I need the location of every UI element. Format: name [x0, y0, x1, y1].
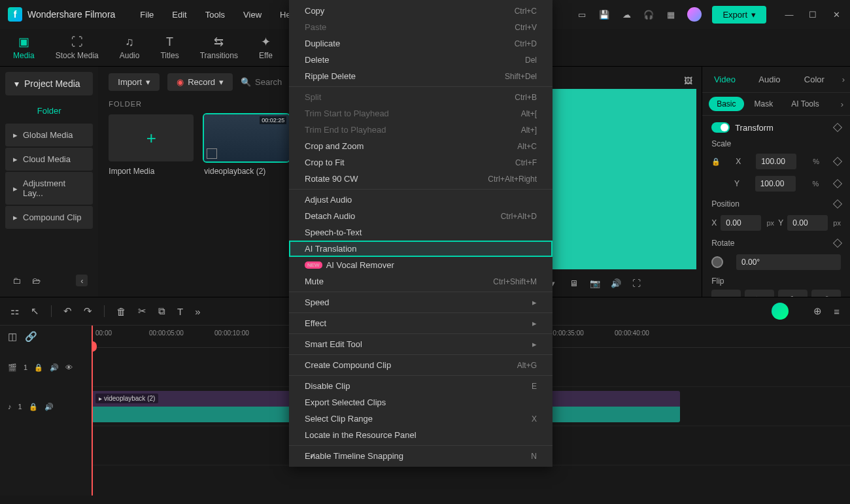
ctx-ai-translation[interactable]: AI Translation	[289, 241, 552, 257]
cursor-icon[interactable]: ↖	[31, 305, 39, 317]
inspector-tab-audio[interactable]: Audio	[747, 67, 792, 92]
rotate-cw-button[interactable]: ⟳	[778, 290, 808, 297]
ctx-adjust-audio[interactable]: Adjust Audio	[289, 192, 552, 208]
ctx-select-clip-range[interactable]: Select Clip RangeX	[289, 411, 552, 427]
import-button[interactable]: Import▾	[109, 73, 160, 91]
marker-add-icon[interactable]: ⊕	[813, 305, 822, 317]
crop-icon[interactable]: ⧉	[158, 305, 165, 317]
audio-track-header[interactable]: ♪1🔒🔊	[0, 387, 92, 426]
keyframe-icon[interactable]	[833, 199, 842, 209]
video-track-header[interactable]: 🎬1🔒🔊👁	[0, 348, 92, 387]
tab-titles[interactable]: TTitles	[160, 35, 178, 60]
ctx-ai-vocal-remover[interactable]: NEWAI Vocal Remover	[289, 257, 552, 273]
scale-y-input[interactable]	[755, 176, 796, 192]
ctx-speech-to-text[interactable]: Speech-to-Text	[289, 224, 552, 241]
rotate-ccw-button[interactable]: ⟲	[811, 290, 841, 297]
inspector-tab-video[interactable]: Video	[702, 67, 747, 92]
tab-stock-media[interactable]: ⛶Stock Media	[56, 35, 99, 60]
cut-icon[interactable]: ✂	[138, 305, 146, 317]
user-avatar[interactable]	[687, 7, 702, 22]
save-icon[interactable]: 💾	[598, 8, 610, 20]
menu-edit[interactable]: Edit	[172, 10, 186, 20]
ctx-crop-and-zoom[interactable]: Crop and ZoomAlt+C	[289, 138, 552, 154]
ctx-locate-in-the-resource-panel[interactable]: Locate in the Resource Panel	[289, 427, 552, 443]
ai-badge-icon[interactable]	[772, 303, 789, 320]
mute-icon[interactable]: 🔊	[50, 363, 59, 372]
close-icon[interactable]: ✕	[830, 8, 842, 20]
ctx-copy[interactable]: CopyCtrl+C	[289, 3, 552, 19]
ctx-create-compound-clip[interactable]: Create Compound ClipAlt+G	[289, 357, 552, 373]
ctx-rotate-90-cw[interactable]: Rotate 90 CWCtrl+Alt+Right	[289, 171, 552, 187]
chevron-right-icon[interactable]: ›	[841, 99, 843, 109]
visibility-icon[interactable]: 👁	[65, 363, 73, 371]
keyframe-icon[interactable]	[833, 239, 842, 248]
tab-effects[interactable]: ✦Effe	[259, 35, 273, 60]
lock-icon[interactable]: 🔒	[34, 363, 43, 372]
project-media-header[interactable]: ▾Project Media	[5, 72, 93, 95]
undo-icon[interactable]: ↶	[63, 305, 72, 317]
ctx-effect[interactable]: Effect▸	[289, 315, 552, 331]
rotate-knob[interactable]	[711, 256, 723, 268]
volume-icon[interactable]: 🔊	[610, 277, 622, 289]
keyframe-icon[interactable]	[833, 123, 842, 132]
subtab-basic[interactable]: Basic	[709, 97, 743, 111]
lock-icon[interactable]: 🔒	[29, 403, 38, 411]
ctx-mute[interactable]: MuteCtrl+Shift+M	[289, 273, 552, 290]
keyframe-icon[interactable]	[833, 157, 842, 166]
chevron-right-icon[interactable]: ›	[837, 67, 850, 92]
ctx-ripple-delete[interactable]: Ripple DeleteShift+Del	[289, 68, 552, 84]
ctx-enable-timeline-snapping[interactable]: ✓Enable Timeline SnappingN	[289, 448, 552, 464]
media-clip-card[interactable]: 00:02:25 videoplayback (2)	[204, 114, 289, 176]
sidebar-item-compound[interactable]: ▸Compound Clip	[5, 206, 93, 229]
headphones-icon[interactable]: 🎧	[643, 8, 654, 20]
fullscreen-icon[interactable]: ⛶	[631, 277, 643, 289]
snapshot-icon[interactable]: 📷	[589, 277, 601, 289]
subtab-mask[interactable]: Mask	[747, 97, 781, 111]
redo-icon[interactable]: ↷	[84, 305, 92, 317]
ctx-disable-clip[interactable]: Disable ClipE	[289, 378, 552, 394]
text-icon[interactable]: T	[177, 306, 183, 317]
ctx-smart-edit-tool[interactable]: Smart Edit Tool▸	[289, 336, 552, 352]
tab-transitions[interactable]: ⇆Transitions	[200, 35, 238, 60]
ctx-detach-audio[interactable]: Detach AudioCtrl+Alt+D	[289, 208, 552, 224]
display-icon[interactable]: 🖥	[568, 277, 580, 289]
minimize-icon[interactable]: —	[783, 8, 795, 20]
inspector-tab-color[interactable]: Color	[792, 67, 837, 92]
keyframe-icon[interactable]	[833, 179, 842, 188]
menu-tools[interactable]: Tools	[205, 10, 225, 20]
delete-icon[interactable]: 🗑	[116, 306, 126, 317]
scale-x-input[interactable]	[756, 154, 796, 169]
import-media-card[interactable]: + Import Media	[109, 114, 194, 176]
ctx-crop-to-fit[interactable]: Crop to FitCtrl+F	[289, 154, 552, 171]
subtab-ai-tools[interactable]: AI Tools	[783, 97, 826, 111]
menu-file[interactable]: File	[140, 10, 154, 20]
grid-icon[interactable]: ▦	[665, 8, 677, 20]
lock-icon[interactable]: 🔒	[711, 158, 721, 166]
track-layout-icon[interactable]: ◫	[8, 331, 17, 343]
pos-x-input[interactable]	[721, 215, 761, 231]
more-icon[interactable]: »	[195, 306, 200, 317]
sidebar-item-global[interactable]: ▸Global Media	[5, 124, 93, 146]
playhead[interactable]	[92, 326, 93, 496]
tab-audio[interactable]: ♫Audio	[120, 35, 140, 60]
maximize-icon[interactable]: ☐	[807, 8, 819, 20]
pos-y-input[interactable]	[787, 215, 828, 231]
ctx-export-selected-clips[interactable]: Export Selected Clips	[289, 394, 552, 411]
flip-v-button[interactable]: ▶	[745, 290, 774, 297]
menu-view[interactable]: View	[243, 10, 262, 20]
transform-toggle[interactable]	[711, 122, 730, 133]
desktop-icon[interactable]: ▭	[576, 8, 588, 20]
cloud-icon[interactable]: ☁	[620, 8, 632, 20]
collapse-icon[interactable]: ‹	[76, 275, 88, 286]
options-icon[interactable]: ⚏	[10, 305, 19, 317]
sidebar-item-adjustment[interactable]: ▸Adjustment Lay...	[5, 172, 93, 205]
image-icon[interactable]: 🖼	[682, 75, 694, 86]
ctx-delete[interactable]: DeleteDel	[289, 52, 552, 68]
record-button[interactable]: ◉Record▾	[167, 73, 233, 91]
ctx-duplicate[interactable]: DuplicateCtrl+D	[289, 35, 552, 52]
ctx-speed[interactable]: Speed▸	[289, 294, 552, 311]
rotate-input[interactable]	[736, 254, 841, 270]
sidebar-item-cloud[interactable]: ▸Cloud Media	[5, 148, 93, 171]
tab-media[interactable]: ▣Media	[13, 35, 35, 60]
flip-h-button[interactable]: ▲	[711, 290, 741, 297]
